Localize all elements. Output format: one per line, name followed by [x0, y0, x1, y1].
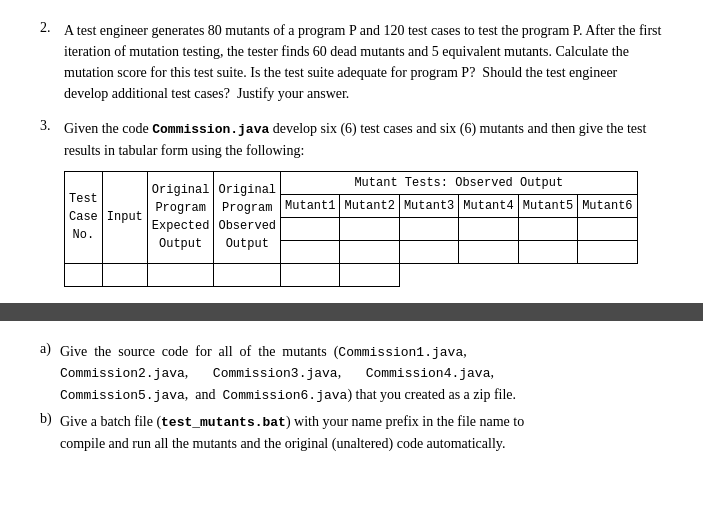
cell [65, 263, 103, 286]
cell [518, 240, 577, 263]
test-table-container: TestCaseNo. Input OriginalProgramExpecte… [64, 171, 663, 287]
col-original-expected: OriginalProgramExpectedOutput [147, 171, 214, 263]
sub-item-a: a) Give the source code for all of the m… [40, 341, 663, 406]
divider-bar [0, 303, 703, 321]
sub-items-section: a) Give the source code for all of the m… [40, 341, 663, 454]
cell [578, 240, 637, 263]
code-commission4: Commission4.java [366, 366, 491, 381]
sub-item-b-label: b) [40, 411, 60, 454]
sub-item-a-content: Give the source code for all of the muta… [60, 341, 663, 406]
table-header-row: TestCaseNo. Input OriginalProgramExpecte… [65, 171, 638, 194]
cell [340, 263, 399, 286]
code-commission6: Commission6.java [223, 388, 348, 403]
sub-item-b-content: Give a batch file (test_mutants.bat) wit… [60, 411, 663, 454]
code-commission1: Commission1.java [338, 345, 463, 360]
code-batch-file: test_mutants.bat [161, 415, 286, 430]
cell [281, 240, 340, 263]
test-results-table: TestCaseNo. Input OriginalProgramExpecte… [64, 171, 638, 287]
code-commission5: Commission5.java [60, 388, 185, 403]
col-mutant4: Mutant4 [459, 194, 518, 217]
item-2: 2. A test engineer generates 80 mutants … [40, 20, 663, 104]
cell [459, 217, 518, 240]
cell [102, 263, 147, 286]
code-commission2: Commission2.java [60, 366, 185, 381]
col-input: Input [102, 171, 147, 263]
col-mutant6: Mutant6 [578, 194, 637, 217]
col-mutant1: Mutant1 [281, 194, 340, 217]
cell [399, 217, 458, 240]
col-mutant3: Mutant3 [399, 194, 458, 217]
sub-item-a-label: a) [40, 341, 60, 406]
cell [281, 263, 340, 286]
cell [214, 263, 281, 286]
table-row [65, 263, 638, 286]
col-mutant-tests: Mutant Tests: Observed Output [281, 171, 638, 194]
cell [340, 217, 399, 240]
item-2-content: A test engineer generates 80 mutants of … [64, 20, 663, 104]
cell [578, 217, 637, 240]
col-original-observed: OriginalProgramObservedOutput [214, 171, 281, 263]
col-mutant2: Mutant2 [340, 194, 399, 217]
cell [459, 240, 518, 263]
item-3-number: 3. [40, 118, 64, 287]
code-commission-java: Commission.java [152, 122, 269, 137]
item-2-number: 2. [40, 20, 64, 104]
col-test-case: TestCaseNo. [65, 171, 103, 263]
cell [340, 240, 399, 263]
cell [518, 217, 577, 240]
sub-item-b: b) Give a batch file (test_mutants.bat) … [40, 411, 663, 454]
item-3-content: Given the code Commission.java develop s… [64, 118, 663, 287]
item-3: 3. Given the code Commission.java develo… [40, 118, 663, 287]
cell [281, 217, 340, 240]
cell [147, 263, 214, 286]
cell [399, 240, 458, 263]
col-mutant5: Mutant5 [518, 194, 577, 217]
code-commission3: Commission3.java [213, 366, 338, 381]
